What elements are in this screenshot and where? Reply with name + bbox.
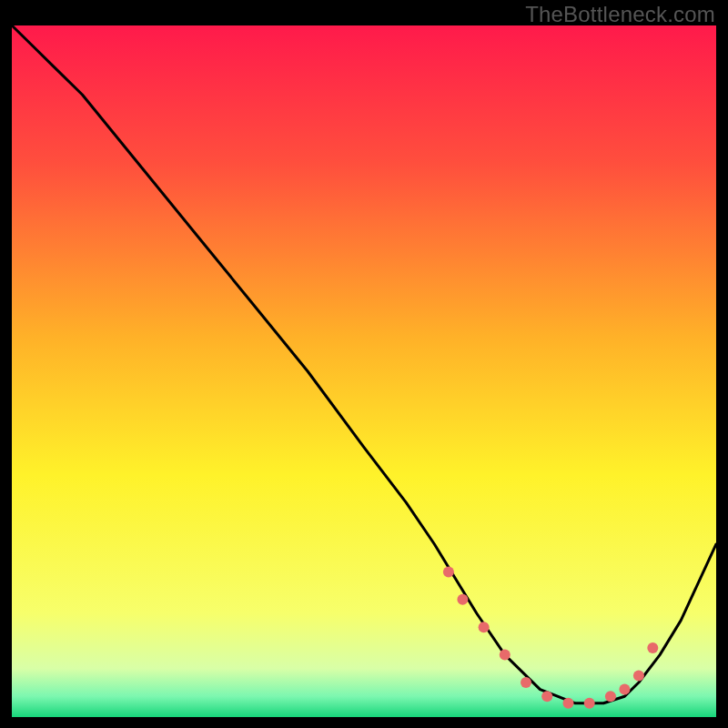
optimal-dot bbox=[563, 698, 574, 709]
optimal-dot bbox=[605, 691, 616, 702]
optimal-dot bbox=[633, 670, 644, 681]
optimal-dot bbox=[541, 691, 552, 702]
optimal-dot bbox=[443, 566, 454, 577]
optimal-dot bbox=[619, 684, 630, 695]
optimal-dot bbox=[521, 677, 531, 688]
optimal-dot bbox=[457, 594, 468, 605]
chart-background bbox=[12, 25, 716, 717]
optimal-dot bbox=[647, 642, 658, 653]
watermark-text: TheBottleneck.com bbox=[525, 2, 715, 27]
bottleneck-chart bbox=[12, 25, 716, 717]
optimal-dot bbox=[479, 622, 490, 632]
optimal-dot bbox=[584, 698, 595, 709]
optimal-dot bbox=[500, 650, 511, 661]
chart-stage: TheBottleneck.com bbox=[0, 0, 728, 728]
